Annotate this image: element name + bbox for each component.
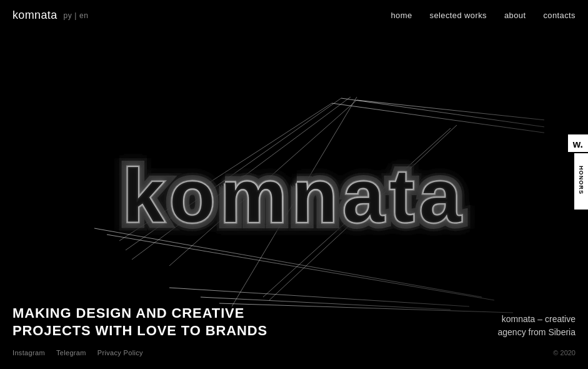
tagline: MAKING DESIGN AND CREATIVE PROJECTS WITH… [12,305,267,339]
telegram-link[interactable]: Telegram [56,349,86,356]
agency-description: komnata – creative agency from Siberia [497,313,576,339]
svg-line-12 [107,235,494,300]
footer: MAKING DESIGN AND CREATIVE PROJECTS WITH… [0,305,588,369]
logo[interactable]: komnata [12,9,57,22]
svg-line-1 [332,103,544,134]
nav-about[interactable]: about [504,11,526,20]
svg-line-5 [341,98,544,128]
svg-line-11 [94,228,482,297]
tagline-line2: PROJECTS WITH LOVE TO BRANDS [12,322,267,340]
footer-links: Instagram Telegram Privacy Policy [12,349,143,356]
svg-text:komnata: komnata [122,154,466,238]
header-left: komnata ру | en [12,9,88,22]
footer-bottom: Instagram Telegram Privacy Policy © 2020 [12,349,576,356]
nav-contacts[interactable]: contacts [543,11,576,20]
instagram-link[interactable]: Instagram [12,349,45,356]
hero-svg: komnata komnata komnata komnata komnata … [44,66,544,316]
side-w-label[interactable]: w. [568,134,588,152]
copyright: © 2020 [553,349,576,356]
side-honors-label[interactable]: Honors [574,153,588,210]
description-line1: komnata – creative [497,313,576,326]
svg-line-8 [169,288,469,306]
main-nav: home selected works about contacts [391,11,576,20]
site-header: komnata ру | en home selected works abou… [0,0,588,31]
svg-line-3 [357,100,544,122]
footer-main: MAKING DESIGN AND CREATIVE PROJECTS WITH… [12,305,576,339]
nav-selected-works[interactable]: selected works [430,11,487,20]
description-line2: agency from Siberia [497,326,576,339]
privacy-policy-link[interactable]: Privacy Policy [97,349,143,356]
lang-switcher[interactable]: ру | en [64,11,89,20]
tagline-line1: MAKING DESIGN AND CREATIVE [12,305,267,322]
nav-home[interactable]: home [391,11,412,20]
